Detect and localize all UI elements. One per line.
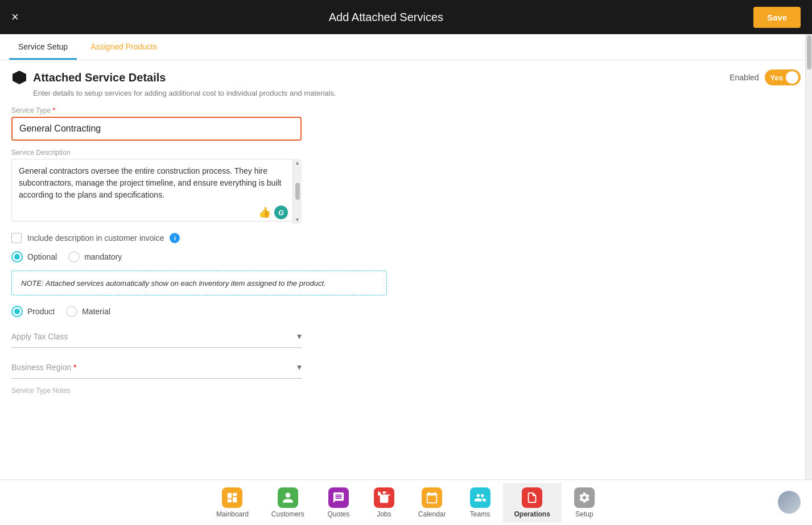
service-type-notes-label: Service Type Notes: [11, 387, 801, 395]
material-radio-circle: [66, 306, 77, 317]
nav-items: Mainboard Customers Quotes Jobs Calendar: [205, 483, 607, 523]
mandatory-radio[interactable]: mandatory: [68, 251, 122, 262]
product-radio-dot: [14, 309, 20, 314]
product-material-group: Product Material: [11, 306, 801, 317]
thumbs-up-icon: 👍: [258, 206, 271, 219]
material-radio[interactable]: Material: [66, 306, 110, 317]
textarea-scrollbar[interactable]: ▲ ▼: [292, 159, 302, 224]
operations-icon: [522, 487, 542, 508]
business-region-label: Business Region *: [11, 363, 76, 372]
apply-tax-class-label: Apply Tax Class: [11, 332, 68, 341]
page-scroll-thumb: [807, 35, 811, 69]
nav-item-calendar[interactable]: Calendar: [407, 483, 457, 523]
nav-item-jobs[interactable]: Jobs: [361, 483, 407, 523]
enabled-group: Enabled Yes: [729, 69, 801, 85]
material-label: Material: [82, 307, 110, 316]
product-radio-circle: [11, 306, 23, 317]
mainboard-label: Mainboard: [216, 510, 249, 518]
mainboard-icon: [222, 487, 242, 508]
tax-class-arrow-icon: ▾: [297, 331, 302, 342]
close-button[interactable]: ×: [11, 10, 19, 24]
optional-label: Optional: [27, 252, 57, 261]
jobs-label: Jobs: [377, 510, 391, 518]
nav-item-mainboard[interactable]: Mainboard: [205, 483, 260, 523]
svg-marker-0: [13, 71, 26, 84]
enabled-label: Enabled: [729, 73, 759, 82]
toggle-circle: [786, 71, 798, 84]
toggle-yes-label: Yes: [770, 73, 783, 82]
page-scrollbar[interactable]: [805, 34, 812, 479]
include-description-label: Include description in customer invoice: [27, 233, 164, 243]
nav-item-quotes[interactable]: Quotes: [316, 483, 361, 523]
section-header: Attached Service Details Enabled Yes: [11, 69, 801, 85]
section-description: Enter details to setup services for addi…: [33, 89, 801, 97]
operations-label: Operations: [514, 510, 550, 518]
note-box: NOTE: Attached services automatically sh…: [11, 270, 387, 296]
save-button[interactable]: Save: [753, 7, 801, 28]
apply-tax-class-dropdown[interactable]: Apply Tax Class ▾: [11, 325, 302, 348]
scroll-thumb: [295, 183, 300, 200]
service-type-field: Service Type: [11, 106, 801, 141]
bottom-nav: Mainboard Customers Quotes Jobs Calendar: [0, 479, 812, 525]
service-type-label: Service Type: [11, 106, 801, 114]
hex-icon: [11, 69, 27, 85]
nav-item-operations[interactable]: Operations: [503, 483, 562, 523]
scroll-up-arrow[interactable]: ▲: [295, 160, 300, 166]
business-region-field: Business Region * ▾: [11, 356, 801, 379]
calendar-label: Calendar: [418, 510, 446, 518]
setup-icon: [574, 487, 595, 508]
teams-icon: [470, 487, 491, 508]
optional-radio-circle: [11, 251, 23, 262]
tab-service-setup[interactable]: Service Setup: [9, 36, 77, 60]
section-title-group: Attached Service Details: [11, 69, 166, 85]
nav-item-setup[interactable]: Setup: [562, 483, 607, 523]
quotes-icon: [328, 487, 349, 508]
include-description-row: Include description in customer invoice …: [11, 233, 801, 243]
avatar[interactable]: [778, 491, 801, 514]
customers-icon: [278, 487, 298, 508]
tab-assigned-products[interactable]: Assigned Products: [81, 36, 166, 60]
apply-tax-class-field: Apply Tax Class ▾: [11, 325, 801, 348]
textarea-icons: 👍 G: [258, 206, 288, 219]
page-title: Add Attached Services: [329, 11, 443, 24]
include-description-checkbox[interactable]: [11, 233, 22, 243]
nav-item-customers[interactable]: Customers: [260, 483, 316, 523]
textarea-wrapper: General contractors oversee the entire c…: [11, 159, 302, 224]
service-description-label: Service Description: [11, 149, 801, 157]
main-content: Attached Service Details Enabled Yes Ent…: [0, 60, 812, 479]
jobs-icon: [374, 487, 394, 508]
note-text: NOTE: Attached services automatically sh…: [21, 279, 326, 288]
optional-mandatory-group: Optional mandatory: [11, 251, 801, 262]
customers-label: Customers: [271, 510, 304, 518]
mandatory-radio-circle: [68, 251, 80, 262]
business-region-dropdown[interactable]: Business Region * ▾: [11, 356, 302, 379]
app-header: × Add Attached Services Save: [0, 0, 812, 34]
nav-item-teams[interactable]: Teams: [457, 483, 503, 523]
business-region-arrow-icon: ▾: [297, 362, 302, 372]
tabs-bar: Service Setup Assigned Products: [0, 34, 812, 60]
quotes-label: Quotes: [327, 510, 349, 518]
section-title: Attached Service Details: [33, 71, 166, 84]
avatar-image: [778, 491, 801, 514]
service-type-input[interactable]: [11, 117, 302, 141]
toggle-switch[interactable]: Yes: [765, 69, 801, 85]
scroll-down-arrow[interactable]: ▼: [295, 217, 300, 223]
grammarly-icon[interactable]: G: [274, 206, 288, 219]
service-description-field: Service Description General contractors …: [11, 149, 801, 224]
info-icon[interactable]: i: [170, 233, 180, 243]
optional-radio[interactable]: Optional: [11, 251, 57, 262]
product-label: Product: [27, 307, 55, 316]
service-type-notes-field: Service Type Notes: [11, 387, 801, 395]
calendar-icon: [422, 487, 442, 508]
teams-label: Teams: [470, 510, 490, 518]
optional-radio-dot: [14, 254, 20, 260]
mandatory-label: mandatory: [84, 252, 122, 261]
product-radio[interactable]: Product: [11, 306, 55, 317]
setup-label: Setup: [575, 510, 593, 518]
